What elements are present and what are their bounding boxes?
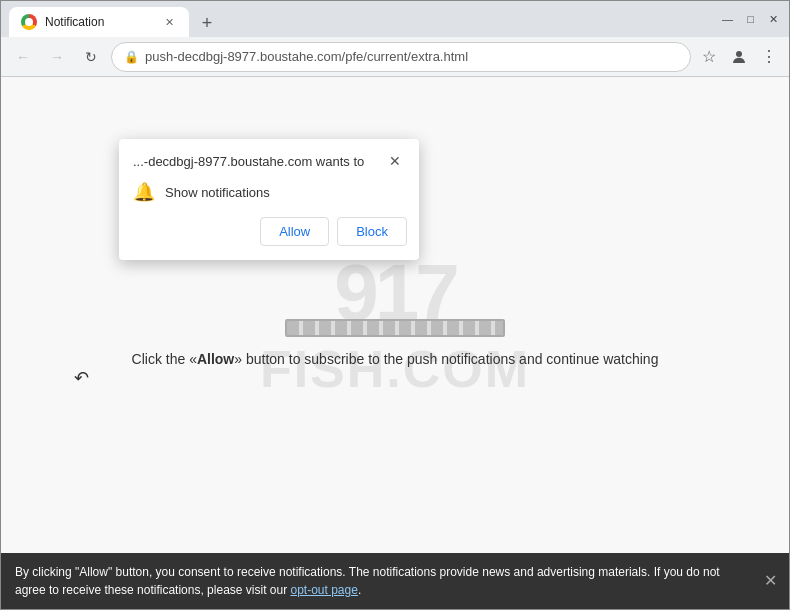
bell-icon: 🔔 [133,181,155,203]
url-path: /pfe/current/extra.html [342,49,468,64]
menu-button[interactable]: ⋮ [757,45,781,69]
popup-close-button[interactable]: ✕ [385,151,405,171]
banner-text-before: By clicking "Allow" button, you consent … [15,565,720,597]
url-host: push-decdbgj-8977.boustahe.com [145,49,342,64]
minimize-button[interactable]: — [720,12,735,27]
popup-permission-label: Show notifications [165,185,270,200]
banner-close-button[interactable]: ✕ [764,569,777,593]
account-button[interactable] [727,45,751,69]
title-bar: Notification ✕ + — □ ✕ [1,1,789,37]
browser-content: 917 FISH.COM Click the «Allow» button to… [1,77,789,609]
popup-body: 🔔 Show notifications [119,175,419,217]
bookmark-button[interactable]: ☆ [697,45,721,69]
maximize-button[interactable]: □ [743,12,758,27]
address-text: push-decdbgj-8977.boustahe.com/pfe/curre… [145,49,678,64]
address-box[interactable]: 🔒 push-decdbgj-8977.boustahe.com/pfe/cur… [111,42,691,72]
popup-actions: Allow Block [119,217,419,260]
bottom-banner: By clicking "Allow" button, you consent … [1,553,789,609]
close-button[interactable]: ✕ [766,12,781,27]
popup-header: ...-decdbgj-8977.boustahe.com wants to ✕ [119,139,419,175]
window-controls: — □ ✕ [720,12,781,27]
tab-close-button[interactable]: ✕ [161,14,177,30]
tab-favicon [21,14,37,30]
opt-out-link[interactable]: opt-out page [290,583,357,597]
lock-icon: 🔒 [124,50,139,64]
block-button[interactable]: Block [337,217,407,246]
reload-button[interactable]: ↻ [77,43,105,71]
active-tab[interactable]: Notification ✕ [9,7,189,37]
back-button[interactable]: ← [9,43,37,71]
forward-button[interactable]: → [43,43,71,71]
allow-button[interactable]: Allow [260,217,329,246]
progress-bar [285,319,505,337]
popup-site-text: ...-decdbgj-8977.boustahe.com wants to [133,154,385,169]
address-bar-row: ← → ↻ 🔒 push-decdbgj-8977.boustahe.com/p… [1,37,789,77]
subscribe-text: Click the «Allow» button to subscribe to… [132,351,659,367]
notification-popup: ...-decdbgj-8977.boustahe.com wants to ✕… [119,139,419,260]
tab-area: Notification ✕ + [9,1,708,37]
tab-title: Notification [45,15,153,29]
chrome-window: Notification ✕ + — □ ✕ ← → ↻ 🔒 push-decd… [0,0,790,610]
allow-emphasis: Allow [197,351,234,367]
banner-text-after: . [358,583,361,597]
new-tab-button[interactable]: + [193,9,221,37]
svg-point-0 [736,51,742,57]
